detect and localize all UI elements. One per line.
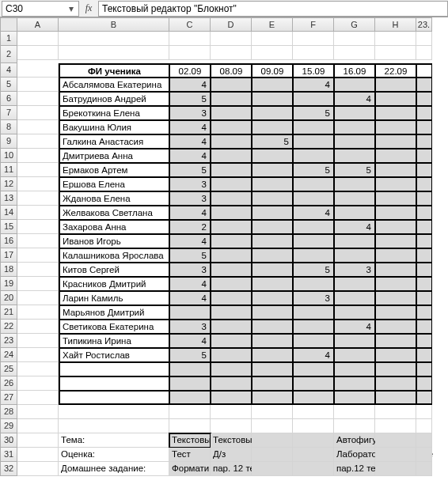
- cell[interactable]: [375, 32, 416, 46]
- cell[interactable]: [252, 433, 293, 448]
- grade-cell[interactable]: 4: [334, 92, 375, 106]
- spreadsheet-grid[interactable]: ABCDEFGH23. 1245678910111213141516171819…: [0, 17, 448, 488]
- cell[interactable]: [17, 376, 59, 391]
- row-header[interactable]: 2: [0, 46, 17, 63]
- grade-cell[interactable]: 5: [169, 92, 211, 106]
- cell[interactable]: [59, 32, 169, 46]
- grade-cell[interactable]: [416, 163, 432, 177]
- grade-cell[interactable]: [252, 149, 293, 163]
- grade-cell[interactable]: [211, 206, 252, 220]
- column-header[interactable]: E: [252, 17, 293, 32]
- grade-cell[interactable]: [211, 191, 252, 206]
- column-header[interactable]: C: [169, 17, 211, 32]
- cell[interactable]: [375, 462, 416, 476]
- grade-cell[interactable]: [375, 120, 416, 134]
- cell[interactable]: [416, 32, 432, 46]
- grade-cell[interactable]: [211, 263, 252, 277]
- grade-cell[interactable]: [211, 348, 252, 362]
- row-header[interactable]: 5: [0, 78, 17, 92]
- grade-cell[interactable]: 4: [169, 120, 211, 134]
- grade-cell[interactable]: [293, 320, 334, 334]
- grade-cell[interactable]: [293, 120, 334, 134]
- grade-cell[interactable]: 4: [169, 78, 211, 92]
- grade-cell[interactable]: 4: [334, 220, 375, 234]
- grade-cell[interactable]: [375, 163, 416, 177]
- grade-cell[interactable]: [252, 320, 293, 334]
- cell[interactable]: [17, 405, 59, 419]
- cell[interactable]: [211, 419, 252, 433]
- grade-cell[interactable]: [416, 92, 432, 106]
- grade-cell[interactable]: 3: [169, 191, 211, 206]
- grade-cell[interactable]: 3: [169, 177, 211, 191]
- formula-input[interactable]: Текстовый редактор "Блокнот": [98, 1, 448, 17]
- grade-cell[interactable]: [169, 391, 211, 405]
- grade-cell[interactable]: [375, 206, 416, 220]
- cell[interactable]: [17, 462, 59, 476]
- row-header[interactable]: 31: [0, 448, 17, 462]
- cell[interactable]: [375, 46, 416, 60]
- grade-cell[interactable]: [252, 220, 293, 234]
- grade-cell[interactable]: 4: [169, 134, 211, 149]
- cell[interactable]: [252, 405, 293, 419]
- grade-cell[interactable]: [293, 277, 334, 291]
- cell[interactable]: [211, 32, 252, 46]
- grade-cell[interactable]: [252, 92, 293, 106]
- cell[interactable]: [17, 291, 59, 305]
- grade-cell[interactable]: [252, 305, 293, 320]
- grade-cell[interactable]: [375, 376, 416, 391]
- topic-value[interactable]: Автофигуры: [334, 433, 375, 448]
- cell[interactable]: [252, 448, 293, 462]
- grade-cell[interactable]: [252, 362, 293, 376]
- cell[interactable]: [334, 46, 375, 60]
- grade-cell[interactable]: [252, 391, 293, 405]
- student-name[interactable]: Типикина Ирина: [59, 334, 169, 348]
- grade-cell[interactable]: [375, 220, 416, 234]
- grade-cell[interactable]: [416, 277, 432, 291]
- grade-cell[interactable]: [375, 277, 416, 291]
- cell[interactable]: [17, 206, 59, 220]
- name-box[interactable]: C30 ▾: [2, 1, 79, 17]
- cells-area[interactable]: ФИ ученика02.0908.0909.0915.0916.0922.09…: [17, 32, 432, 476]
- cell[interactable]: [252, 462, 293, 476]
- cell[interactable]: [17, 163, 59, 177]
- grade-cell[interactable]: [416, 220, 432, 234]
- grade-cell[interactable]: 4: [293, 348, 334, 362]
- grade-cell[interactable]: [211, 277, 252, 291]
- homework-value[interactable]: пар.12 тема 5: [334, 462, 375, 476]
- grade-cell[interactable]: [416, 134, 432, 149]
- grade-cell[interactable]: [375, 177, 416, 191]
- grade-cell[interactable]: [211, 305, 252, 320]
- grade-cell[interactable]: 5: [293, 163, 334, 177]
- grade-cell[interactable]: [293, 234, 334, 248]
- student-name[interactable]: Дмитриева Анна: [59, 149, 169, 163]
- student-name[interactable]: Желвакова Светлана: [59, 206, 169, 220]
- row-header[interactable]: 8: [0, 120, 17, 134]
- grade-cell[interactable]: [375, 149, 416, 163]
- row-header[interactable]: 28: [0, 405, 17, 419]
- grade-cell[interactable]: [252, 334, 293, 348]
- grade-cell[interactable]: [334, 348, 375, 362]
- grade-cell[interactable]: [252, 263, 293, 277]
- cell[interactable]: [17, 191, 59, 206]
- grade-cell[interactable]: [375, 92, 416, 106]
- grade-cell[interactable]: [375, 263, 416, 277]
- cell[interactable]: [293, 405, 334, 419]
- cell[interactable]: [293, 448, 334, 462]
- cell[interactable]: [375, 419, 416, 433]
- row-header[interactable]: 30: [0, 433, 17, 448]
- grade-cell[interactable]: [334, 376, 375, 391]
- student-name[interactable]: Брекоткина Елена: [59, 106, 169, 120]
- cell[interactable]: [169, 405, 211, 419]
- cell[interactable]: [17, 448, 59, 462]
- cell[interactable]: [416, 462, 432, 476]
- cell[interactable]: [252, 419, 293, 433]
- row-header[interactable]: 20: [0, 291, 17, 305]
- student-name[interactable]: Ларин Камиль: [59, 291, 169, 305]
- row-header[interactable]: 6: [0, 92, 17, 106]
- grade-cell[interactable]: [211, 362, 252, 376]
- grade-cell[interactable]: 3: [293, 291, 334, 305]
- grade-cell[interactable]: [375, 348, 416, 362]
- grade-cell[interactable]: [293, 305, 334, 320]
- student-name[interactable]: Хайт Ростислав: [59, 348, 169, 362]
- student-name[interactable]: Марьянов Дмитрий: [59, 305, 169, 320]
